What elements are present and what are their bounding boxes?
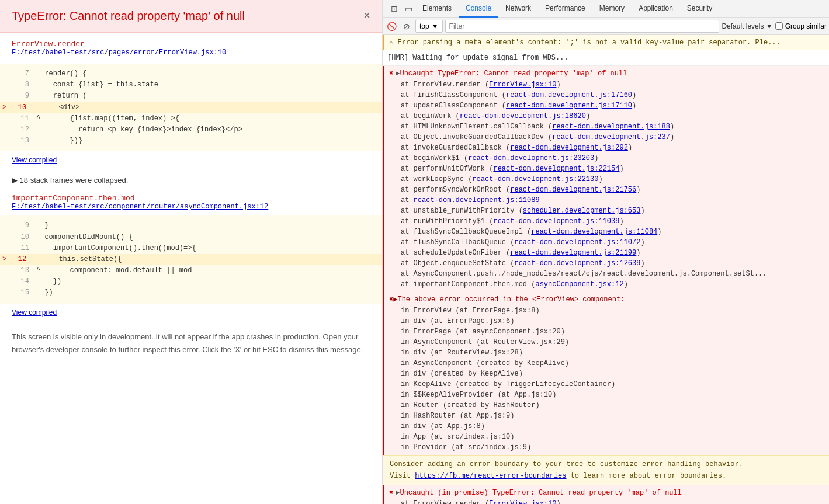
stack-line: at workLoopSync (react-dom.development.j… — [389, 174, 824, 185]
stack-line: at scheduleUpdateOnFiber (react-dom.deve… — [389, 248, 824, 258]
error-file-path[interactable]: F:/test/babel-test/src/pages/error/Error… — [12, 48, 370, 57]
stack-line: in KeepAlive (created by TriggerLifecycl… — [401, 379, 824, 390]
stack-line: in HashRouter (at App.js:9) — [401, 411, 824, 421]
error-first-line: ✖ ▶ Uncaught TypeError: Cannot read prop… — [389, 68, 824, 79]
code-block-1: 7 render() { 8 const {list} = this.state… — [0, 64, 382, 151]
code-line: 7 render() { — [0, 68, 382, 79]
stack-line: at unstable_runWithPriority (scheduler.d… — [389, 206, 824, 216]
stack-line: in ErrorPage (at asyncComponent.jsx:20) — [401, 326, 824, 337]
code-line: 14 }) — [0, 276, 382, 287]
stack-link[interactable]: react-dom.development.js:17160 — [506, 91, 632, 99]
stack-line: in ErrorView (at ErrorPage.jsx:8) — [401, 305, 824, 316]
tab-performance[interactable]: Performance — [538, 0, 592, 18]
stack-link[interactable]: src/index.js:9 — [468, 443, 527, 451]
default-levels-dropdown[interactable]: Default levels ▼ — [722, 22, 772, 30]
stack-link[interactable]: src/index.js:10 — [447, 433, 510, 441]
stack-line: at runWithPriority$1 (react-dom.developm… — [389, 216, 824, 227]
view-compiled-link-1[interactable]: View compiled — [0, 151, 382, 169]
stack-line: in $$KeepAliveProvider (at App.js:10) — [401, 390, 824, 400]
tab-security[interactable]: Security — [680, 0, 719, 18]
component-source: importantComponent.then.mod F:/test/babe… — [0, 192, 382, 215]
clear-console-button[interactable]: 🚫 — [385, 20, 398, 33]
stack-link[interactable]: react-dom.development.js:12639 — [514, 259, 640, 267]
stack-link[interactable]: scheduler.development.js:653 — [523, 207, 641, 215]
stack-line: in AsyncComponent (at RouterView.jsx:29) — [401, 337, 824, 347]
group-similar-checkbox[interactable] — [775, 22, 783, 30]
stack-link[interactable]: react-dom.development.js:21756 — [510, 186, 636, 194]
stack-line: in AsyncComponent (created by KeepAlive) — [401, 358, 824, 369]
error-source: ErrorView.render F:/test/babel-test/src/… — [0, 33, 382, 64]
code-line: 11 ^ {list.map((item, index)=>{ — [0, 113, 382, 124]
error-icon: ✖ — [389, 68, 393, 79]
stack-line: at beginWork$1 (react-dom.development.js… — [389, 153, 824, 164]
component-stack: in ErrorView (at ErrorPage.jsx:8) in div… — [389, 305, 824, 453]
console-note: Consider adding an error boundary to you… — [383, 455, 829, 485]
devtools-device-icon[interactable]: ▭ — [401, 2, 415, 16]
stack-link[interactable]: react-dom.development.js:188 — [552, 123, 670, 131]
stack-link[interactable]: react-dom.development.js:23203 — [468, 154, 594, 162]
console-info-item: [HMR] Waiting for update signal from WDS… — [383, 50, 829, 66]
stack-link[interactable]: react-dom.development.js:11084 — [531, 228, 657, 236]
expand-arrow[interactable]: ▶ — [393, 294, 397, 305]
component-file-path[interactable]: F:/test/babel-test/src/component/router/… — [12, 203, 370, 211]
console-error-item-2: ✖ ▶ Uncaught (in promise) TypeError: Can… — [383, 485, 829, 504]
stack-line: at Object.invokeGuardedCallbackDev (reac… — [389, 132, 824, 142]
stack-line: at ErrorView.render (ErrorView.jsx:10) — [389, 79, 824, 90]
console-filter-input[interactable] — [445, 20, 720, 33]
context-select[interactable]: top ▼ — [415, 20, 443, 33]
error-icon: ✖ — [389, 294, 393, 305]
stack-line: at HTMLUnknownElement.callCallback (reac… — [389, 121, 824, 132]
code-line: 10 componentDidMount() { — [0, 232, 382, 243]
error-boundary-link[interactable]: https://fb.me/react-error-boundaries — [415, 472, 566, 480]
stack-line: in Provider (at src/index.js:9) — [401, 442, 824, 453]
stack-link[interactable]: react-dom.development.js:22130 — [472, 175, 598, 183]
stack-link[interactable]: asyncComponent.jsx:12 — [535, 280, 623, 289]
stack-link[interactable]: ErrorView.jsx:10 — [489, 81, 556, 89]
stack-line: at performUnitOfWork (react-dom.developm… — [389, 164, 824, 174]
stack-line: at importantComponent.then.mod (asyncCom… — [389, 279, 824, 290]
stack-line: at flushSyncCallbackQueue (react-dom.dev… — [389, 237, 824, 248]
stack-line: at ErrorView.render (ErrorView.jsx:10) — [389, 499, 824, 504]
stack-link[interactable]: react-dom.development.js:292 — [510, 144, 628, 152]
expand-arrow[interactable]: ▶ — [396, 488, 400, 499]
stack-link[interactable]: react-dom.development.js:18620 — [460, 112, 586, 120]
code-line: 11 importantComponent().then((mod)=>{ — [0, 243, 382, 254]
stack-line: at updateClassComponent (react-dom.devel… — [389, 100, 824, 111]
code-block-2: 9 } 10 componentDidMount() { 11 importan… — [0, 215, 382, 303]
stack-line: at performSyncWorkOnRoot (react-dom.deve… — [389, 185, 824, 195]
stack-line: in div (at RouterView.jsx:28) — [401, 347, 824, 358]
stack-line: at beginWork (react-dom.development.js:1… — [389, 111, 824, 121]
error-title: TypeError: Cannot read property 'map' of… — [12, 9, 245, 23]
collapsed-frames[interactable]: ▶ 18 stack frames were collapsed. — [0, 169, 382, 192]
view-compiled-link-2[interactable]: View compiled — [0, 304, 382, 321]
tab-console[interactable]: Console — [459, 0, 498, 18]
expand-arrow[interactable]: ▶ — [396, 68, 400, 79]
stack-link[interactable]: react-dom.development.js:11039 — [493, 217, 619, 225]
stack-line: at react-dom.development.js:11089 — [389, 195, 824, 206]
devtools-tabs: ⊡ ▭ Elements Console Network Performance… — [383, 0, 829, 18]
error-overlay: TypeError: Cannot read property 'map' of… — [0, 0, 383, 504]
stack-link[interactable]: react-dom.development.js:17110 — [506, 102, 632, 110]
pause-button[interactable]: ⊘ — [400, 20, 413, 33]
code-line: 8 const {list} = this.state — [0, 79, 382, 91]
devtools-cursor-icon[interactable]: ⊡ — [387, 2, 401, 16]
close-button[interactable]: × — [363, 9, 370, 21]
code-line-active: 12 this.setState({ — [0, 254, 382, 265]
stack-link[interactable]: react-dom.development.js:237 — [552, 133, 670, 141]
code-line: 13 ^ component: mod.default || mod — [0, 265, 382, 276]
stack-link[interactable]: react-dom.development.js:11072 — [514, 238, 640, 246]
stack-link[interactable]: react-dom.development.js:22154 — [493, 165, 619, 173]
tab-elements[interactable]: Elements — [415, 0, 459, 18]
stack-line: at flushSyncCallbackQueueImpl (react-dom… — [389, 227, 824, 237]
stack-line: in div (created by KeepAlive) — [401, 369, 824, 379]
stack-link[interactable]: react-dom.development.js:21199 — [510, 249, 636, 257]
code-line: 13 })} — [0, 135, 382, 147]
group-similar-label: Group similar — [785, 22, 827, 30]
stack-link[interactable]: react-dom.development.js:11089 — [414, 196, 540, 204]
error-func-name: ErrorView.render — [12, 40, 370, 48]
tab-application[interactable]: Application — [632, 0, 680, 18]
tab-network[interactable]: Network — [498, 0, 538, 18]
devtools-panel: ⊡ ▭ Elements Console Network Performance… — [383, 0, 829, 504]
tab-memory[interactable]: Memory — [592, 0, 632, 18]
stack-link[interactable]: ErrorView.jsx:10 — [489, 500, 556, 504]
